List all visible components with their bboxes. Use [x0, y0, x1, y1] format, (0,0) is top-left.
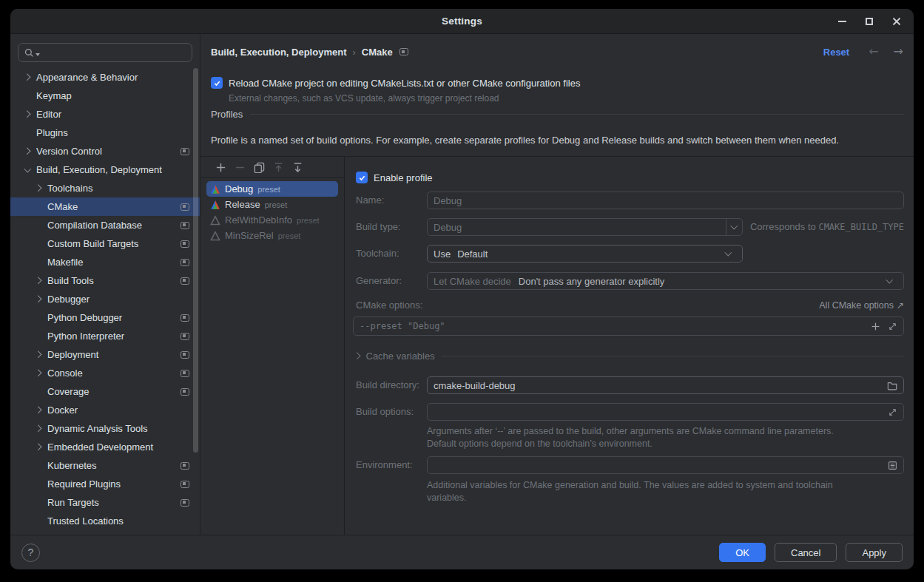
- cmake-options-value: --preset "Debug": [360, 321, 445, 331]
- profile-name: RelWithDebInfo: [225, 214, 292, 226]
- sidebar-item-console[interactable]: Console: [10, 364, 200, 382]
- cmake-options-field[interactable]: --preset "Debug": [353, 317, 904, 336]
- profile-item-relwithdebinfo[interactable]: RelWithDebInfopreset: [206, 212, 338, 228]
- generator-select[interactable]: Let CMake decide Don't pass any generato…: [427, 272, 904, 290]
- chevron-right-icon[interactable]: [23, 111, 30, 118]
- reload-checkbox-row: Reload CMake project on editing CMakeLis…: [211, 77, 580, 89]
- reload-checkbox[interactable]: [211, 77, 223, 89]
- add-button[interactable]: [215, 161, 226, 173]
- window-title: Settings: [442, 16, 482, 27]
- sidebar-item-docker[interactable]: Docker: [10, 401, 200, 419]
- build-options-field[interactable]: [427, 403, 904, 421]
- pane-icon: [181, 462, 189, 470]
- chevron-right-icon[interactable]: [34, 185, 41, 192]
- reset-button[interactable]: Reset: [823, 47, 849, 58]
- chevron-right-icon[interactable]: [34, 370, 41, 376]
- chevron-right-icon[interactable]: [34, 407, 41, 413]
- sidebar-item-appearance-behavior[interactable]: Appearance & Behavior: [10, 68, 200, 87]
- pane-icon: [181, 240, 189, 248]
- sidebar-item-build-execution-deployment[interactable]: Build, Execution, Deployment: [10, 160, 200, 179]
- build-directory-label: Build directory:: [356, 379, 419, 390]
- chevron-right-icon[interactable]: [34, 351, 41, 358]
- settings-window: Settings Appearance & Behavio: [10, 9, 914, 569]
- cache-variables-toggle[interactable]: Cache variables: [356, 351, 904, 362]
- maximize-button[interactable]: [864, 16, 874, 27]
- sidebar-item-debugger[interactable]: Debugger: [10, 290, 200, 308]
- chevron-down-icon: [720, 246, 736, 262]
- profile-item-minsizerel[interactable]: MinSizeRelpreset: [206, 228, 338, 243]
- sidebar-item-editor[interactable]: Editor: [10, 105, 200, 123]
- sidebar-item-compilation-database[interactable]: Compilation Database: [10, 216, 200, 234]
- sidebar-item-label: Python Interpreter: [47, 331, 124, 342]
- chevron-right-icon[interactable]: [23, 74, 30, 81]
- reload-checkbox-label[interactable]: Reload CMake project on editing CMakeLis…: [229, 78, 580, 89]
- move-up-icon: [273, 162, 284, 173]
- environment-field[interactable]: [427, 456, 904, 474]
- toolchain-prefix: Use: [434, 248, 451, 260]
- sidebar-item-label: Required Plugins: [47, 478, 121, 490]
- cancel-button[interactable]: Cancel: [775, 543, 837, 562]
- toolchain-select[interactable]: Use Default: [427, 245, 743, 263]
- sidebar-item-label: CMake: [47, 201, 78, 212]
- all-cmake-options-link[interactable]: All CMake options ↗: [819, 300, 904, 311]
- cmake-gray-icon: [210, 231, 220, 241]
- minimize-button[interactable]: [837, 16, 847, 27]
- profile-suffix: preset: [257, 185, 280, 194]
- breadcrumb-separator-icon: ›: [352, 47, 355, 58]
- sidebar-item-python-interpreter[interactable]: Python Interpreter: [10, 327, 200, 345]
- sidebar-item-label: Makefile: [47, 257, 83, 268]
- browse-folder-button[interactable]: [887, 381, 897, 390]
- back-arrow-button[interactable]: ←: [869, 46, 878, 58]
- edit-variables-button[interactable]: [888, 461, 897, 470]
- sidebar-item-makefile[interactable]: Makefile: [10, 253, 200, 271]
- sidebar-item-embedded-development[interactable]: Embedded Development: [10, 438, 200, 456]
- chevron-right-icon[interactable]: [34, 296, 41, 302]
- sidebar-item-required-plugins[interactable]: Required Plugins: [10, 475, 200, 493]
- search-input[interactable]: [18, 43, 192, 62]
- sidebar-item-python-debugger[interactable]: Python Debugger: [10, 308, 200, 327]
- sidebar-item-custom-build-targets[interactable]: Custom Build Targets: [10, 234, 200, 253]
- sidebar-item-toolchains[interactable]: Toolchains: [10, 179, 200, 197]
- name-field[interactable]: Debug: [427, 192, 904, 209]
- chevron-right-icon[interactable]: [23, 148, 30, 155]
- move-down-button[interactable]: [291, 161, 303, 173]
- sidebar-item-plugins[interactable]: Plugins: [10, 123, 200, 142]
- chevron-down-icon[interactable]: [24, 165, 30, 172]
- sidebar-item-kubernetes[interactable]: Kubernetes: [10, 456, 200, 475]
- breadcrumb-item[interactable]: CMake: [362, 47, 393, 58]
- profile-item-release[interactable]: Releasepreset: [206, 197, 338, 212]
- build-directory-field[interactable]: cmake-build-debug: [427, 376, 904, 394]
- sidebar-item-version-control[interactable]: Version Control: [10, 142, 200, 160]
- sidebar-item-keymap[interactable]: Keymap: [10, 87, 200, 105]
- sidebar-item-label: Docker: [47, 405, 78, 416]
- build-type-select[interactable]: Debug: [427, 218, 743, 236]
- forward-arrow-button[interactable]: →: [894, 46, 903, 58]
- ok-button[interactable]: OK: [719, 543, 766, 562]
- sidebar-item-dynamic-analysis-tools[interactable]: Dynamic Analysis Tools: [10, 419, 200, 438]
- duplicate-button[interactable]: [253, 161, 265, 173]
- sidebar-item-run-targets[interactable]: Run Targets: [10, 493, 200, 512]
- help-button[interactable]: ?: [21, 544, 40, 562]
- sidebar-item-cmake[interactable]: CMake: [10, 197, 200, 216]
- add-option-button[interactable]: [871, 322, 880, 331]
- toolchain-value: Default: [457, 248, 488, 260]
- sidebar-item-deployment[interactable]: Deployment: [10, 345, 200, 364]
- sidebar-item-label: Trusted Locations: [47, 515, 124, 527]
- enable-profile-checkbox[interactable]: [356, 172, 368, 183]
- breadcrumb-item[interactable]: Build, Execution, Deployment: [211, 47, 346, 58]
- expand-field-button[interactable]: [888, 407, 897, 417]
- chevron-right-icon[interactable]: [34, 425, 41, 432]
- close-button[interactable]: [891, 16, 902, 27]
- search-options-caret-icon[interactable]: [36, 53, 40, 56]
- profile-item-debug[interactable]: Debugpreset: [206, 181, 338, 197]
- chevron-right-icon[interactable]: [34, 444, 41, 450]
- sidebar-item-label: Embedded Development: [47, 441, 153, 453]
- apply-button[interactable]: Apply: [846, 543, 903, 562]
- sidebar-item-build-tools[interactable]: Build Tools: [10, 271, 200, 290]
- sidebar-scrollbar[interactable]: [193, 68, 198, 453]
- sidebar-item-trusted-locations[interactable]: Trusted Locations: [10, 512, 200, 530]
- chevron-right-icon[interactable]: [34, 277, 41, 284]
- sidebar-item-coverage[interactable]: Coverage: [10, 382, 200, 401]
- expand-field-button[interactable]: [888, 322, 897, 331]
- enable-profile-label[interactable]: Enable profile: [374, 172, 433, 183]
